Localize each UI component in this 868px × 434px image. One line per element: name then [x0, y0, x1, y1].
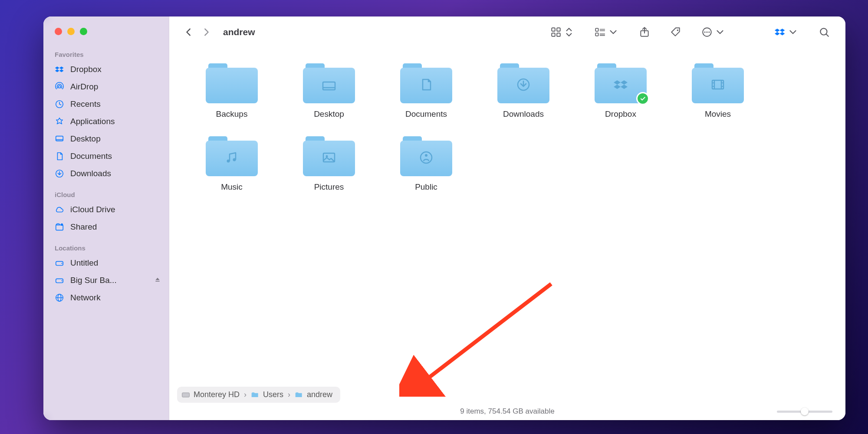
close-window-button[interactable] — [55, 28, 62, 35]
path-bar[interactable]: Monterey HD›Users›andrew — [177, 387, 340, 403]
folder-item-backups[interactable]: Backups — [184, 63, 279, 119]
folder-icon — [303, 136, 355, 176]
folder-label: Pictures — [314, 182, 344, 192]
mini-folder-icon — [251, 391, 260, 399]
share-button[interactable] — [636, 25, 653, 39]
hdd-icon — [181, 391, 190, 399]
zoom-window-button[interactable] — [80, 28, 87, 35]
folder-icon — [206, 63, 258, 103]
disk-icon — [55, 258, 64, 268]
sidebar-item-downloads[interactable]: Downloads — [43, 165, 169, 182]
breadcrumb-separator: › — [244, 390, 247, 399]
sidebar-item-label: Desktop — [70, 134, 101, 144]
breadcrumb-segment[interactable]: Users — [251, 390, 283, 399]
airdrop-icon — [55, 82, 64, 92]
status-bar: 9 items, 754.54 GB available — [169, 403, 845, 420]
sidebar-heading: Locations — [43, 240, 169, 254]
folder-item-desktop[interactable]: Desktop — [281, 63, 377, 119]
folder-label: Dropbox — [605, 109, 636, 119]
sidebar-item-label: Big Sur Ba... — [70, 276, 117, 285]
icon-size-slider[interactable] — [777, 407, 832, 416]
folder-icon — [400, 63, 452, 103]
cloud-icon — [55, 205, 64, 214]
view-mode-button[interactable] — [548, 25, 577, 39]
sidebar-item-documents[interactable]: Documents — [43, 148, 169, 165]
content-area: andrew — [169, 16, 845, 420]
folder-item-music[interactable]: Music — [184, 136, 279, 192]
sidebar-item-icloud-drive[interactable]: iCloud Drive — [43, 201, 169, 218]
folder-item-downloads[interactable]: Downloads — [476, 63, 571, 119]
status-text: 9 items, 754.54 GB available — [460, 407, 554, 416]
sync-check-badge — [636, 92, 649, 105]
desktop-icon — [55, 134, 64, 144]
sidebar-item-big-sur-ba-[interactable]: Big Sur Ba... — [43, 272, 169, 289]
finder-window: FavoritesDropboxAirDropRecentsApplicatio… — [43, 16, 845, 420]
search-button[interactable] — [816, 25, 832, 39]
sidebar-item-label: Applications — [70, 117, 115, 126]
folder-label: Music — [221, 182, 243, 192]
sidebar-item-label: Downloads — [70, 169, 111, 178]
shared-folder-icon — [55, 222, 64, 232]
toolbar: andrew — [169, 16, 845, 48]
globe-icon — [55, 293, 64, 302]
group-by-button[interactable] — [592, 25, 621, 39]
eject-icon[interactable] — [154, 276, 161, 285]
actions-button[interactable] — [699, 25, 728, 39]
folder-icon — [400, 136, 452, 176]
sidebar-item-airdrop[interactable]: AirDrop — [43, 78, 169, 95]
forward-button[interactable] — [200, 24, 213, 40]
breadcrumb-label: Monterey HD — [194, 390, 240, 399]
sidebar: FavoritesDropboxAirDropRecentsApplicatio… — [43, 16, 169, 420]
folder-item-pictures[interactable]: Pictures — [281, 136, 377, 192]
folder-item-dropbox[interactable]: Dropbox — [573, 63, 668, 119]
folder-grid: BackupsDesktopDocumentsDownloadsDropboxM… — [184, 63, 831, 192]
sidebar-item-untitled[interactable]: Untitled — [43, 254, 169, 272]
folder-item-documents[interactable]: Documents — [378, 63, 474, 119]
disk-icon — [55, 276, 64, 285]
folder-icon — [303, 63, 355, 103]
app-icon — [55, 117, 64, 126]
sidebar-item-recents[interactable]: Recents — [43, 95, 169, 113]
sidebar-item-network[interactable]: Network — [43, 289, 169, 306]
sidebar-heading: Favorites — [43, 46, 169, 61]
folder-label: Backups — [216, 109, 248, 119]
file-pane[interactable]: BackupsDesktopDocumentsDownloadsDropboxM… — [169, 48, 845, 381]
sidebar-item-desktop[interactable]: Desktop — [43, 130, 169, 148]
breadcrumb-segment[interactable]: Monterey HD — [181, 390, 240, 399]
sidebar-item-label: Documents — [70, 151, 112, 161]
breadcrumb-separator: › — [288, 390, 290, 399]
folder-label: Downloads — [503, 109, 544, 119]
dropbox-toolbar-button[interactable] — [772, 25, 801, 39]
folder-icon — [595, 63, 647, 103]
folder-item-public[interactable]: Public — [378, 136, 474, 192]
mini-folder-icon — [295, 391, 303, 399]
sidebar-heading: iCloud — [43, 187, 169, 201]
folder-item-movies[interactable]: Movies — [670, 63, 766, 119]
document-icon — [55, 151, 64, 161]
breadcrumb-segment[interactable]: andrew — [295, 390, 332, 399]
back-button[interactable] — [182, 24, 195, 40]
tags-button[interactable] — [667, 25, 684, 39]
sidebar-item-shared[interactable]: Shared — [43, 218, 169, 236]
sidebar-item-label: AirDrop — [70, 82, 98, 92]
sidebar-item-label: Network — [70, 293, 101, 302]
folder-icon — [206, 136, 258, 176]
sidebar-item-label: Dropbox — [70, 65, 102, 74]
clock-icon — [55, 99, 64, 109]
window-controls — [43, 28, 169, 35]
download-circle-icon — [55, 169, 64, 178]
folder-label: Desktop — [314, 109, 344, 119]
sidebar-item-label: Recents — [70, 99, 101, 109]
sidebar-item-applications[interactable]: Applications — [43, 113, 169, 130]
folder-icon — [692, 63, 744, 103]
folder-icon — [497, 63, 549, 103]
dropbox-icon — [55, 65, 64, 74]
window-title: andrew — [223, 27, 255, 37]
folder-label: Movies — [705, 109, 731, 119]
breadcrumb-label: andrew — [307, 390, 332, 399]
breadcrumb-label: Users — [263, 390, 283, 399]
minimize-window-button[interactable] — [67, 28, 75, 35]
sidebar-item-label: Shared — [70, 222, 97, 232]
sidebar-item-dropbox[interactable]: Dropbox — [43, 61, 169, 78]
sidebar-item-label: iCloud Drive — [70, 205, 115, 214]
